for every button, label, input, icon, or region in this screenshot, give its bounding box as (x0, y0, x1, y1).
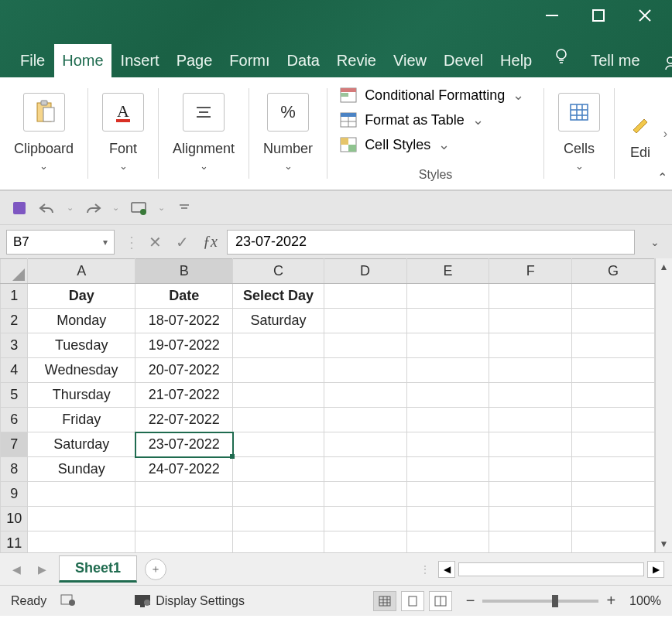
cell-A2[interactable]: Monday (28, 309, 135, 333)
chevron-down-icon[interactable]: ⌄ (158, 203, 165, 213)
formula-bar-input[interactable]: 23-07-2022 (227, 230, 635, 255)
cell-A10[interactable] (28, 507, 135, 531)
cell-E5[interactable] (406, 383, 489, 408)
cell-A4[interactable]: Wednesday (28, 358, 135, 383)
cell-D8[interactable] (324, 457, 406, 482)
cell-D7[interactable] (324, 432, 406, 457)
ribbon-number[interactable]: % Number ⌄ (249, 77, 327, 190)
cell-D3[interactable] (324, 333, 406, 358)
row-header-9[interactable]: 9 (1, 482, 28, 507)
cell-B5[interactable]: 21-07-2022 (135, 383, 233, 408)
cell-E10[interactable] (406, 507, 489, 531)
chevron-down-icon[interactable]: ⌄ (39, 160, 48, 172)
cell-B10[interactable] (135, 507, 233, 531)
format-as-table-button[interactable]: Format as Table ⌄ (340, 111, 531, 128)
cell-A3[interactable]: Tuesday (28, 333, 135, 358)
cell-F1[interactable] (489, 284, 572, 309)
menu-help[interactable]: Help (492, 44, 540, 77)
cell-C5[interactable] (233, 383, 324, 408)
cell-G10[interactable] (572, 507, 655, 531)
cell-G5[interactable] (572, 383, 655, 408)
cell-F9[interactable] (489, 482, 572, 507)
cell-E1[interactable] (406, 284, 489, 309)
row-header-7[interactable]: 7 (1, 432, 28, 457)
zoom-percent[interactable]: 100% (629, 594, 661, 608)
ribbon-cells[interactable]: Cells ⌄ (544, 77, 614, 190)
cell-B2[interactable]: 18-07-2022 (135, 309, 233, 333)
menu-data[interactable]: Data (279, 44, 327, 77)
zoom-track[interactable] (482, 600, 598, 603)
row-header-11[interactable]: 11 (1, 531, 28, 553)
cell-B1[interactable]: Date (135, 284, 233, 309)
redo-button[interactable] (84, 200, 101, 217)
ribbon-overflow-button[interactable]: › (663, 127, 667, 141)
cell-C10[interactable] (233, 507, 324, 531)
cell-F11[interactable] (489, 531, 572, 553)
cell-A8[interactable]: Sunday (28, 457, 135, 482)
sheet-table[interactable]: ABCDEFG 1DayDateSelect Day2Monday18-07-2… (0, 258, 655, 552)
cell-C9[interactable] (233, 482, 324, 507)
ribbon-clipboard[interactable]: Clipboard ⌄ (0, 77, 87, 190)
cell-F10[interactable] (489, 507, 572, 531)
row-header-5[interactable]: 5 (1, 383, 28, 408)
row-header-10[interactable]: 10 (1, 507, 28, 531)
menu-page[interactable]: Page (169, 44, 221, 77)
cell-E9[interactable] (406, 482, 489, 507)
chevron-down-icon[interactable]: ⌄ (284, 160, 293, 172)
cell-E3[interactable] (406, 333, 489, 358)
cell-C1[interactable]: Select Day (233, 284, 324, 309)
touch-mode-button[interactable] (130, 200, 147, 217)
scroll-right-button[interactable]: ▶ (647, 561, 664, 578)
cell-G8[interactable] (572, 457, 655, 482)
zoom-out-button[interactable]: − (466, 592, 475, 610)
cell-G9[interactable] (572, 482, 655, 507)
cell-B11[interactable] (135, 531, 233, 553)
zoom-slider[interactable]: − + (466, 592, 615, 610)
chevron-down-icon[interactable]: ⌄ (119, 160, 128, 172)
cell-F5[interactable] (489, 383, 572, 408)
ribbon-alignment[interactable]: Alignment ⌄ (159, 77, 249, 190)
qat-customize-button[interactable] (176, 200, 193, 217)
cell-G6[interactable] (572, 408, 655, 432)
cell-B3[interactable]: 19-07-2022 (135, 333, 233, 358)
cell-D2[interactable] (324, 309, 406, 333)
cancel-formula-button[interactable]: ✕ (149, 233, 162, 251)
sheet-tab-sheet1[interactable]: Sheet1 (59, 555, 137, 583)
conditional-formatting-button[interactable]: Conditional Formatting ⌄ (340, 87, 531, 104)
view-page-break-button[interactable] (429, 591, 452, 611)
cell-B4[interactable]: 20-07-2022 (135, 358, 233, 383)
share-button[interactable]: Share (651, 47, 672, 77)
cell-C8[interactable] (233, 457, 324, 482)
row-header-6[interactable]: 6 (1, 408, 28, 432)
cell-G2[interactable] (572, 309, 655, 333)
cell-E8[interactable] (406, 457, 489, 482)
cell-D9[interactable] (324, 482, 406, 507)
insert-function-button[interactable]: ƒx (203, 233, 218, 251)
menu-view[interactable]: View (386, 44, 434, 77)
tab-nav-prev[interactable]: ◀ (8, 563, 26, 576)
column-header-D[interactable]: D (324, 259, 406, 284)
cell-D10[interactable] (324, 507, 406, 531)
row-header-1[interactable]: 1 (1, 284, 28, 309)
cell-B9[interactable] (135, 482, 233, 507)
cell-F4[interactable] (489, 358, 572, 383)
cell-B6[interactable]: 22-07-2022 (135, 408, 233, 432)
add-sheet-button[interactable]: ＋ (145, 559, 166, 580)
cell-A11[interactable] (28, 531, 135, 553)
cell-F3[interactable] (489, 333, 572, 358)
cell-B7[interactable]: 23-07-2022 (135, 432, 233, 457)
menu-developer[interactable]: Devel (436, 44, 491, 77)
cell-G7[interactable] (572, 432, 655, 457)
scroll-left-button[interactable]: ◀ (438, 561, 455, 578)
select-all-corner[interactable] (1, 259, 28, 284)
cell-C2[interactable]: Saturday (233, 309, 324, 333)
zoom-in-button[interactable]: + (606, 592, 615, 610)
row-header-2[interactable]: 2 (1, 309, 28, 333)
column-header-G[interactable]: G (572, 259, 655, 284)
cell-C11[interactable] (233, 531, 324, 553)
cell-C3[interactable] (233, 333, 324, 358)
cell-C6[interactable] (233, 408, 324, 432)
chevron-down-icon[interactable]: ⌄ (575, 160, 584, 172)
menu-tell-me[interactable]: Tell me (583, 44, 647, 77)
cell-A1[interactable]: Day (28, 284, 135, 309)
